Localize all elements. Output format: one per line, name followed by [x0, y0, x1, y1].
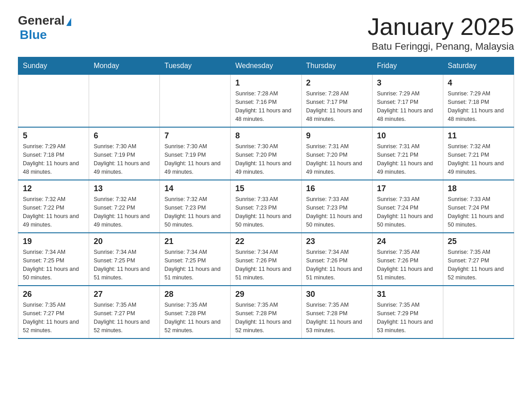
- calendar-cell: 4Sunrise: 7:29 AMSunset: 7:18 PMDaylight…: [443, 75, 514, 128]
- day-number: 7: [164, 131, 226, 141]
- day-info: Sunrise: 7:30 AMSunset: 7:20 PMDaylight:…: [235, 142, 296, 176]
- day-info: Sunrise: 7:34 AMSunset: 7:26 PMDaylight:…: [235, 248, 296, 282]
- calendar-cell: 28Sunrise: 7:35 AMSunset: 7:28 PMDayligh…: [160, 286, 231, 338]
- day-number: 24: [377, 237, 438, 246]
- day-number: 17: [377, 184, 438, 193]
- day-info: Sunrise: 7:35 AMSunset: 7:28 PMDaylight:…: [164, 301, 226, 334]
- day-number: 18: [448, 184, 509, 193]
- day-info: Sunrise: 7:28 AMSunset: 7:16 PMDaylight:…: [235, 90, 296, 123]
- day-info: Sunrise: 7:34 AMSunset: 7:25 PMDaylight:…: [94, 248, 155, 282]
- calendar-cell: 18Sunrise: 7:33 AMSunset: 7:24 PMDayligh…: [443, 180, 514, 233]
- day-info: Sunrise: 7:35 AMSunset: 7:28 PMDaylight:…: [235, 301, 296, 334]
- day-info: Sunrise: 7:35 AMSunset: 7:27 PMDaylight:…: [448, 248, 509, 282]
- day-info: Sunrise: 7:35 AMSunset: 7:27 PMDaylight:…: [23, 301, 84, 334]
- day-number: 19: [23, 237, 84, 246]
- week-row-4: 19Sunrise: 7:34 AMSunset: 7:25 PMDayligh…: [18, 233, 514, 286]
- day-number: 6: [94, 131, 155, 141]
- day-number: 22: [235, 237, 296, 246]
- day-info: Sunrise: 7:32 AMSunset: 7:23 PMDaylight:…: [164, 195, 226, 229]
- calendar-cell: 1Sunrise: 7:28 AMSunset: 7:16 PMDaylight…: [231, 75, 301, 128]
- day-info: Sunrise: 7:32 AMSunset: 7:22 PMDaylight:…: [23, 195, 84, 229]
- day-number: 12: [23, 184, 84, 193]
- calendar-cell: 15Sunrise: 7:33 AMSunset: 7:23 PMDayligh…: [231, 180, 301, 233]
- day-number: 8: [235, 131, 296, 141]
- day-info: Sunrise: 7:33 AMSunset: 7:23 PMDaylight:…: [306, 195, 368, 229]
- week-row-1: 1Sunrise: 7:28 AMSunset: 7:16 PMDaylight…: [18, 75, 514, 128]
- day-number: 11: [448, 131, 509, 141]
- day-info: Sunrise: 7:35 AMSunset: 7:29 PMDaylight:…: [377, 301, 438, 334]
- day-number: 20: [94, 237, 155, 246]
- page-header: General Blue January 2025 Batu Feringgi,…: [18, 13, 514, 52]
- day-number: 26: [23, 290, 84, 299]
- day-number: 10: [377, 131, 438, 141]
- day-info: Sunrise: 7:35 AMSunset: 7:27 PMDaylight:…: [94, 301, 155, 334]
- calendar-cell: 29Sunrise: 7:35 AMSunset: 7:28 PMDayligh…: [231, 286, 301, 338]
- week-row-3: 12Sunrise: 7:32 AMSunset: 7:22 PMDayligh…: [18, 180, 514, 233]
- calendar-cell: 21Sunrise: 7:34 AMSunset: 7:25 PMDayligh…: [160, 233, 231, 286]
- header-tuesday: Tuesday: [160, 57, 231, 75]
- day-info: Sunrise: 7:34 AMSunset: 7:25 PMDaylight:…: [23, 248, 84, 282]
- day-number: 14: [164, 184, 226, 193]
- day-info: Sunrise: 7:29 AMSunset: 7:18 PMDaylight:…: [448, 90, 509, 123]
- day-number: 4: [448, 78, 509, 88]
- day-info: Sunrise: 7:28 AMSunset: 7:17 PMDaylight:…: [306, 90, 368, 123]
- calendar-cell: 11Sunrise: 7:32 AMSunset: 7:21 PMDayligh…: [443, 127, 514, 180]
- day-number: 31: [377, 290, 438, 299]
- day-number: 30: [306, 290, 368, 299]
- day-number: 15: [235, 184, 296, 193]
- day-number: 27: [94, 290, 155, 299]
- header-monday: Monday: [89, 57, 160, 75]
- day-info: Sunrise: 7:29 AMSunset: 7:18 PMDaylight:…: [23, 142, 84, 176]
- header-friday: Friday: [372, 57, 443, 75]
- day-info: Sunrise: 7:33 AMSunset: 7:24 PMDaylight:…: [377, 195, 438, 229]
- calendar-cell: 27Sunrise: 7:35 AMSunset: 7:27 PMDayligh…: [89, 286, 160, 338]
- day-info: Sunrise: 7:32 AMSunset: 7:22 PMDaylight:…: [94, 195, 155, 229]
- calendar-cell: 20Sunrise: 7:34 AMSunset: 7:25 PMDayligh…: [89, 233, 160, 286]
- day-number: 1: [235, 78, 296, 88]
- week-row-5: 26Sunrise: 7:35 AMSunset: 7:27 PMDayligh…: [18, 286, 514, 338]
- day-info: Sunrise: 7:29 AMSunset: 7:17 PMDaylight:…: [377, 90, 438, 123]
- day-info: Sunrise: 7:32 AMSunset: 7:21 PMDaylight:…: [448, 142, 509, 176]
- title-section: January 2025 Batu Feringgi, Penang, Mala…: [368, 13, 514, 52]
- calendar-cell: 19Sunrise: 7:34 AMSunset: 7:25 PMDayligh…: [18, 233, 89, 286]
- day-info: Sunrise: 7:30 AMSunset: 7:19 PMDaylight:…: [164, 142, 226, 176]
- day-number: 25: [448, 237, 509, 246]
- calendar-cell: [443, 286, 514, 338]
- day-number: 3: [377, 78, 438, 88]
- day-number: 23: [306, 237, 368, 246]
- day-info: Sunrise: 7:34 AMSunset: 7:26 PMDaylight:…: [306, 248, 368, 282]
- calendar-cell: 31Sunrise: 7:35 AMSunset: 7:29 PMDayligh…: [372, 286, 443, 338]
- calendar-cell: [18, 75, 89, 128]
- logo-general-text: General: [18, 13, 64, 28]
- day-number: 5: [23, 131, 84, 141]
- logo-blue-text: Blue: [20, 28, 47, 42]
- calendar-header-row: SundayMondayTuesdayWednesdayThursdayFrid…: [18, 57, 514, 75]
- calendar-cell: 6Sunrise: 7:30 AMSunset: 7:19 PMDaylight…: [89, 127, 160, 180]
- day-info: Sunrise: 7:35 AMSunset: 7:28 PMDaylight:…: [306, 301, 368, 334]
- calendar-cell: 17Sunrise: 7:33 AMSunset: 7:24 PMDayligh…: [372, 180, 443, 233]
- day-info: Sunrise: 7:35 AMSunset: 7:26 PMDaylight:…: [377, 248, 438, 282]
- logo: General Blue: [18, 13, 71, 42]
- day-number: 13: [94, 184, 155, 193]
- calendar-cell: 26Sunrise: 7:35 AMSunset: 7:27 PMDayligh…: [18, 286, 89, 338]
- calendar-cell: 2Sunrise: 7:28 AMSunset: 7:17 PMDaylight…: [301, 75, 372, 128]
- calendar-cell: 30Sunrise: 7:35 AMSunset: 7:28 PMDayligh…: [301, 286, 372, 338]
- day-info: Sunrise: 7:31 AMSunset: 7:21 PMDaylight:…: [377, 142, 438, 176]
- header-sunday: Sunday: [18, 57, 89, 75]
- calendar-cell: 9Sunrise: 7:31 AMSunset: 7:20 PMDaylight…: [301, 127, 372, 180]
- day-info: Sunrise: 7:31 AMSunset: 7:20 PMDaylight:…: [306, 142, 368, 176]
- calendar-cell: 5Sunrise: 7:29 AMSunset: 7:18 PMDaylight…: [18, 127, 89, 180]
- calendar-cell: 25Sunrise: 7:35 AMSunset: 7:27 PMDayligh…: [443, 233, 514, 286]
- day-number: 9: [306, 131, 368, 141]
- calendar-cell: [160, 75, 231, 128]
- calendar-cell: 23Sunrise: 7:34 AMSunset: 7:26 PMDayligh…: [301, 233, 372, 286]
- calendar-cell: 14Sunrise: 7:32 AMSunset: 7:23 PMDayligh…: [160, 180, 231, 233]
- header-saturday: Saturday: [443, 57, 514, 75]
- calendar-cell: 24Sunrise: 7:35 AMSunset: 7:26 PMDayligh…: [372, 233, 443, 286]
- calendar-subtitle: Batu Feringgi, Penang, Malaysia: [368, 41, 514, 52]
- day-info: Sunrise: 7:33 AMSunset: 7:24 PMDaylight:…: [448, 195, 509, 229]
- calendar-cell: 22Sunrise: 7:34 AMSunset: 7:26 PMDayligh…: [231, 233, 301, 286]
- calendar-cell: 10Sunrise: 7:31 AMSunset: 7:21 PMDayligh…: [372, 127, 443, 180]
- calendar-table: SundayMondayTuesdayWednesdayThursdayFrid…: [18, 57, 514, 339]
- calendar-cell: 7Sunrise: 7:30 AMSunset: 7:19 PMDaylight…: [160, 127, 231, 180]
